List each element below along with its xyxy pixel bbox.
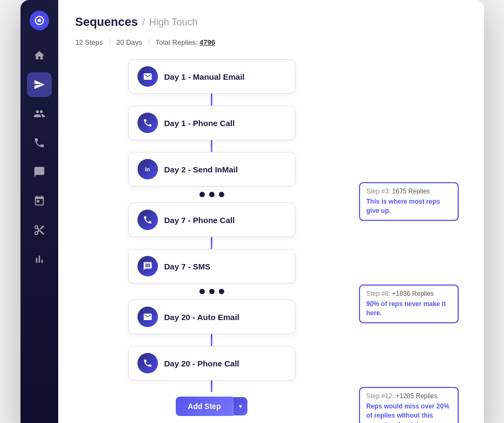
steps-column: Day 1 - Manual Email Day 1 - Phone Call: [75, 59, 348, 416]
svg-text:in: in: [144, 166, 149, 172]
send-icon: [33, 79, 45, 91]
chat-icon: [33, 166, 45, 178]
dot-3: [219, 192, 224, 197]
linkedin-icon-3: in: [137, 159, 158, 179]
step-6-label: Day 20 - Auto Email: [164, 313, 239, 322]
envelope-icon-6: [143, 312, 153, 322]
connector-6: [211, 334, 212, 346]
people-icon: [33, 108, 45, 120]
page-title: Sequences: [75, 15, 138, 29]
scissors-icon: [33, 224, 45, 236]
breadcrumb: Sequences / High Touch: [75, 15, 467, 29]
step-4-card[interactable]: Day 7 - Phone Call: [128, 203, 295, 237]
step-3-card[interactable]: in Day 2 - Send InMail: [128, 152, 295, 186]
callout-8-title: Step #8: +1836 Replies: [367, 290, 451, 297]
step-5-label: Day 7 - SMS: [164, 262, 211, 271]
steps-count: 12 Steps: [75, 38, 103, 46]
sidebar-item-contacts[interactable]: [27, 101, 52, 126]
total-replies-label: Total Replies: 4796: [156, 38, 216, 46]
logo-icon[interactable]: [30, 11, 49, 30]
step-4-label: Day 7 - Phone Call: [164, 216, 235, 225]
sidebar-item-home[interactable]: [27, 43, 52, 68]
sidebar-item-tools[interactable]: [27, 218, 52, 242]
envelope-icon: [143, 72, 153, 81]
step-1-card[interactable]: Day 1 - Manual Email: [128, 59, 295, 94]
step-2-label: Day 1 - Phone Call: [164, 119, 235, 128]
sidebar-item-messages[interactable]: [27, 160, 52, 184]
stat-divider-1: [109, 38, 110, 46]
add-step-container: Add Step ▾: [176, 397, 247, 416]
sidebar-item-analytics[interactable]: [27, 247, 52, 272]
step-6-card[interactable]: Day 20 - Auto Email: [128, 300, 295, 334]
step-7-label: Day 20 - Phone Call: [164, 359, 239, 368]
callout-12-title: Step #12: +1285 Replies: [367, 392, 451, 400]
add-step-dropdown-button[interactable]: ▾: [233, 397, 247, 415]
dot-5: [209, 289, 215, 294]
sms-icon-5: [137, 256, 158, 276]
breadcrumb-separator: /: [142, 17, 145, 28]
phone-icon-4: [137, 210, 158, 230]
callout-step8: Step #8: +1836 Replies 90% of reps never…: [359, 285, 459, 323]
callouts-column: Step #3: 1675 Replies This is where most…: [359, 59, 467, 416]
callout-3-text: This is where most reps give up.: [367, 197, 451, 216]
dots-separator-1: [199, 186, 224, 203]
callout-8-text: 90% of reps never make it here.: [367, 300, 451, 318]
add-step-button[interactable]: Add Step: [176, 397, 232, 416]
phone-call-icon: [143, 118, 153, 128]
breadcrumb-subtitle: High Touch: [149, 17, 198, 28]
callout-12-text: Reps would miss over 20% of replies with…: [367, 402, 451, 423]
main-content: Sequences / High Touch 12 Steps 20 Days …: [58, 0, 484, 423]
step-7-card[interactable]: Day 20 - Phone Call: [128, 346, 295, 380]
chart-icon: [33, 253, 45, 265]
stat-divider-2: [149, 38, 149, 46]
content-area: Day 1 - Manual Email Day 1 - Phone Call: [75, 59, 467, 416]
phone-icon-7: [137, 353, 158, 373]
calendar-icon: [33, 195, 45, 207]
dot-6: [219, 289, 224, 294]
phone-call-icon-7: [143, 358, 153, 368]
phone-icon: [33, 137, 45, 149]
sequence-stats: 12 Steps 20 Days Total Replies: 4796: [75, 38, 467, 46]
connector-7: [211, 380, 212, 392]
home-icon: [33, 50, 45, 61]
connector-2: [211, 140, 212, 152]
linkedin-in-icon: in: [143, 164, 153, 174]
dots-separator-2: [199, 283, 224, 300]
svg-point-1: [37, 19, 41, 23]
connector-4: [211, 237, 212, 249]
callout-step3: Step #3: 1675 Replies This is where most…: [359, 182, 459, 221]
callout-step12: Step #12: +1285 Replies Reps would miss …: [359, 387, 459, 423]
app-container: Sequences / High Touch 12 Steps 20 Days …: [20, 0, 484, 423]
sidebar-item-calendar[interactable]: [27, 189, 52, 213]
target-icon: [34, 15, 45, 26]
email-icon-1: [137, 66, 158, 87]
step-1-label: Day 1 - Manual Email: [164, 72, 245, 81]
dot-1: [199, 192, 205, 197]
total-replies-count: 4796: [199, 38, 215, 46]
connector-1: [211, 94, 212, 106]
phone-call-icon-4: [143, 215, 153, 225]
dot-2: [209, 192, 215, 197]
step-5-card[interactable]: Day 7 - SMS: [128, 249, 295, 283]
sms-bubble-icon: [143, 261, 153, 271]
phone-icon-2: [137, 113, 158, 133]
sidebar: [20, 0, 58, 423]
callout-3-title: Step #3: 1675 Replies: [367, 188, 451, 195]
step-2-card[interactable]: Day 1 - Phone Call: [128, 106, 295, 140]
sidebar-item-calls[interactable]: [27, 130, 52, 155]
dot-4: [199, 289, 205, 294]
sidebar-item-sequences[interactable]: [27, 72, 52, 97]
email-icon-6: [137, 307, 158, 327]
days-count: 20 Days: [116, 38, 142, 46]
step-3-label: Day 2 - Send InMail: [164, 165, 238, 174]
